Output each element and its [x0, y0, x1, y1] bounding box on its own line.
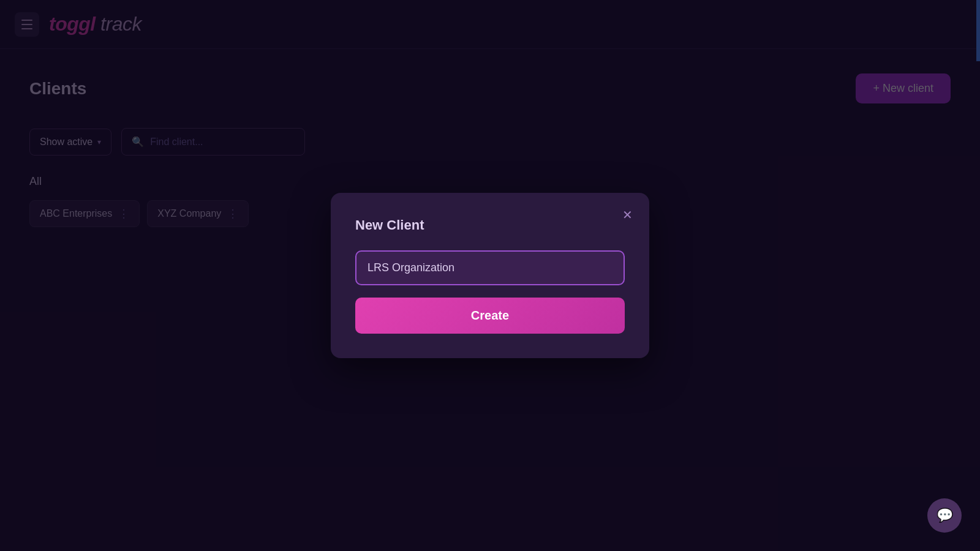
modal-close-button[interactable]: ✕ [617, 205, 637, 225]
modal-title: New Client [355, 217, 625, 233]
close-icon: ✕ [622, 208, 633, 222]
chat-icon: 💬 [937, 508, 953, 523]
chat-button[interactable]: 💬 [927, 498, 962, 533]
create-button[interactable]: Create [355, 298, 625, 334]
new-client-modal: ✕ New Client Create [331, 193, 649, 358]
client-name-input[interactable] [355, 250, 625, 285]
modal-overlay[interactable]: ✕ New Client Create [0, 0, 980, 551]
